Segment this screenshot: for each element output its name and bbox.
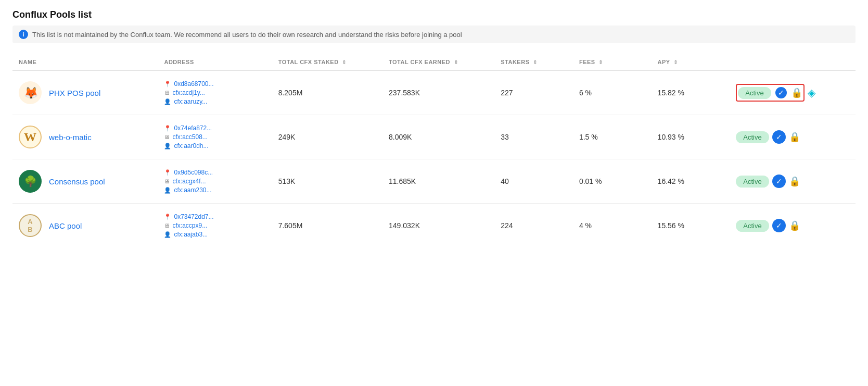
pool-name-link[interactable]: ABC pool [49,221,82,230]
address-hex-link[interactable]: 0x73472dd7... [174,213,213,220]
sort-icon-fees: ⇕ [598,59,603,65]
col-name: NAME [12,54,158,71]
address-cfx1-link[interactable]: cfx:accpx9... [172,222,207,229]
address-cell: 📍 0x74efa872... 🖥 cfx:acc508... 👤 cfx:aa… [158,115,272,159]
address-cfx1-link[interactable]: cfx:acdj1y... [172,89,205,96]
server-icon: 🖥 [164,134,170,140]
verified-icon: ✓ [772,175,786,188]
server-icon: 🖥 [164,222,170,229]
fees-cell: 1.5 % [573,115,652,159]
apy-cell: 10.93 % [652,115,730,159]
info-banner: i This list is not maintained by the Con… [12,26,856,43]
pool-logo-consensus: 🌳 [19,170,42,193]
status-actions-cell: Active ✓ 🔒 ◈ [730,71,856,115]
earned-cell: 149.032K [382,204,494,248]
address-cfx1-link[interactable]: cfx:acc508... [172,133,207,141]
verified-icon: ✓ [772,219,786,232]
address-hex-link[interactable]: 0x9d5c098c... [174,169,213,176]
pool-name-wrapper: W web-o-matic [19,126,151,148]
address-cfx2-row: 👤 cfx:aajab3... [164,231,265,238]
col-stakers[interactable]: STAKERS ⇕ [494,54,573,71]
sort-icon-apy: ⇕ [673,59,678,65]
sort-icon-earned: ⇕ [454,59,458,65]
address-cfx2-row: 👤 cfx:aam230... [164,186,265,194]
stakers-cell: 33 [494,115,573,159]
col-total-earned[interactable]: TOTAL CFX EARNED ⇕ [382,54,494,71]
pool-logo-abc: AB [19,214,42,237]
table-row: 🦊 PHX POS pool 📍 0xd8a68700... 🖥 cfx:acd… [12,71,856,115]
sort-icon-staked: ⇕ [342,59,347,65]
sort-icon-stakers: ⇕ [533,59,538,65]
pin-icon: 📍 [164,214,171,220]
page-wrapper: Conflux Pools list i This list is not ma… [0,0,868,257]
address-cfx2-link[interactable]: cfx:aar0dh... [174,142,208,150]
pin-icon: 📍 [164,169,171,176]
earned-cell: 11.685K [382,159,494,204]
table-row: 🌳 Consensus pool 📍 0x9d5c098c... 🖥 cfx:a… [12,159,856,204]
address-hex-link[interactable]: 0xd8a68700... [174,80,213,88]
server-icon: 🖥 [164,90,170,96]
status-badge: Active [736,220,769,232]
pool-name-link[interactable]: PHX POS pool [49,89,100,97]
apy-cell: 15.82 % [652,71,730,115]
pool-name-link[interactable]: Consensus pool [49,177,105,186]
status-actions-cell: Active ✓ 🔒 [730,159,856,204]
person-icon: 👤 [164,143,171,150]
col-fees[interactable]: FEES ⇕ [573,54,652,71]
col-apy[interactable]: APY ⇕ [652,54,730,71]
apy-cell: 15.56 % [652,204,730,248]
status-badge: Active [736,176,769,188]
stakers-cell: 227 [494,71,573,115]
staked-cell: 513K [272,159,382,204]
name-cell: 🦊 PHX POS pool [12,71,158,115]
person-icon: 👤 [164,187,171,194]
person-icon: 👤 [164,231,171,238]
pool-name-wrapper: 🦊 PHX POS pool [19,81,151,104]
fees-cell: 4 % [573,204,652,248]
stakers-cell: 40 [494,159,573,204]
fees-cell: 0.01 % [573,159,652,204]
address-cell: 📍 0xd8a68700... 🖥 cfx:acdj1y... 👤 cfx:aa… [158,71,272,115]
address-hex-row: 📍 0x9d5c098c... [164,169,265,176]
table-header: NAME ADDRESS TOTAL CFX STAKED ⇕ TOTAL CF… [12,54,856,71]
address-cell: 📍 0x9d5c098c... 🖥 cfx:acgx4f... 👤 cfx:aa… [158,159,272,204]
address-cfx1-row: 🖥 cfx:acc508... [164,133,265,141]
address-cfx2-row: 👤 cfx:aaruzy... [164,98,265,105]
apy-cell: 16.42 % [652,159,730,204]
svg-text:🦊: 🦊 [24,86,39,100]
address-hex-row: 📍 0xd8a68700... [164,80,265,88]
stakers-cell: 224 [494,204,573,248]
actions-cell: Active ✓ 🔒 ◈ [736,84,849,102]
pool-logo-phx: 🦊 [19,81,42,104]
verified-icon: ✓ [772,130,786,144]
earned-cell: 8.009K [382,115,494,159]
fees-cell: 6 % [573,71,652,115]
lock-icon: 🔒 [791,87,802,98]
lock-icon: 🔒 [789,176,800,187]
status-actions-cell: Active ✓ 🔒 [730,115,856,159]
status-actions-cell: Active ✓ 🔒 [730,204,856,248]
lock-icon: 🔒 [789,131,800,143]
col-address: ADDRESS [158,54,272,71]
staked-cell: 7.605M [272,204,382,248]
actions-cell: Active ✓ 🔒 [736,130,849,144]
diamond-icon: ◈ [808,86,815,99]
staked-cell: 249K [272,115,382,159]
col-total-staked[interactable]: TOTAL CFX STAKED ⇕ [272,54,382,71]
earned-cell: 237.583K [382,71,494,115]
pool-logo-web: W [19,126,42,148]
status-badge: Active [738,87,771,99]
address-cfx1-link[interactable]: cfx:acgx4f... [172,178,206,185]
address-cfx2-link[interactable]: cfx:aaruzy... [174,98,207,105]
address-cfx1-row: 🖥 cfx:acgx4f... [164,178,265,185]
address-cfx2-link[interactable]: cfx:aam230... [174,186,211,194]
address-cfx2-link[interactable]: cfx:aajab3... [174,231,208,238]
pin-icon: 📍 [164,81,171,88]
col-actions [730,54,856,71]
address-cell: 📍 0x73472dd7... 🖥 cfx:accpx9... 👤 cfx:aa… [158,204,272,248]
address-hex-link[interactable]: 0x74efa872... [174,124,212,132]
pool-name-link[interactable]: web-o-matic [49,133,92,142]
staked-cell: 8.205M [272,71,382,115]
address-hex-row: 📍 0x74efa872... [164,124,265,132]
page-title: Conflux Pools list [12,9,856,20]
